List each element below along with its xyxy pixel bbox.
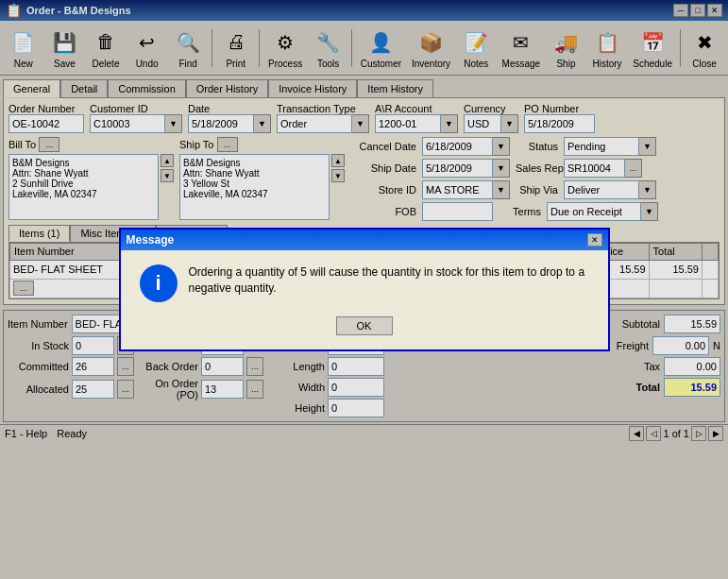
dialog-close-button[interactable]: ✕ <box>587 233 602 247</box>
dialog-ok-button[interactable]: OK <box>336 316 393 335</box>
dialog-overlay: Message ✕ i Ordering a quantity of 5 wil… <box>0 0 728 579</box>
dialog-title: Message <box>127 233 175 247</box>
dialog-titlebar: Message ✕ <box>121 230 608 250</box>
dialog-buttons: OK <box>121 316 608 349</box>
dialog-content: i Ordering a quantity of 5 will cause th… <box>121 250 608 316</box>
dialog-message-text: Ordering a quantity of 5 will cause the … <box>189 264 589 297</box>
dialog-info-icon: i <box>140 264 178 302</box>
message-dialog: Message ✕ i Ordering a quantity of 5 wil… <box>119 228 610 351</box>
